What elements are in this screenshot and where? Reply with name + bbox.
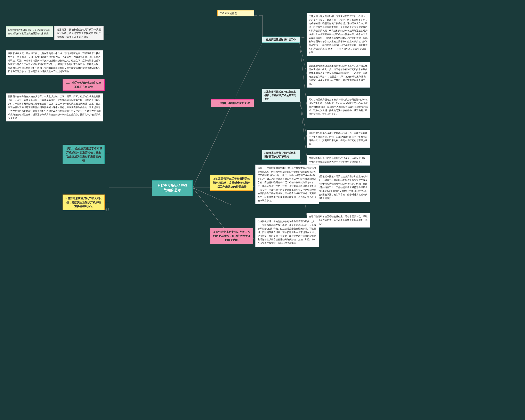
- svg-line-11: [300, 42, 308, 113]
- right-l1-germany-label: 一、德国、奥地利在保护知识: [211, 99, 254, 107]
- right-l2-support-label: 2.采取多种形式支持企业自主创新，加强知识产权的培育与保护: [262, 89, 300, 102]
- left-l1-enterprise: 3.突出大企业在实施辽宁省知识产权战略中的重要地位，是推动企业成为自主创新主体的…: [63, 145, 105, 164]
- left-l1-advice-label: 二、对辽宁知识产权战略实施工作的几点建议: [63, 79, 105, 91]
- svg-line-12: [300, 96, 308, 142]
- central-node-label: 对辽宁实施知识产权战略的 思考: [152, 180, 193, 196]
- right-l1-germany: 一、德国、奥地利在保护知识: [211, 99, 254, 107]
- left-l1-enterprise-label: 3.突出大企业在实施辽宁省知识产权战略中的重要地位，是推动企业成为自主创新主体的…: [63, 145, 105, 164]
- bottom-text-1-content: 德国十分注重根据本国维本经济社会发展需求和企业特点制定发展战略，例如利用特别是通…: [255, 164, 319, 204]
- right-text-2-content: 德国政府对德国企业技术创新和知识产权工作的支持首先体现在重视资金投入人员。德国每…: [307, 62, 370, 88]
- watermark: Ai: [105, 207, 109, 213]
- svg-line-16: [232, 42, 262, 105]
- svg-line-13: [300, 96, 308, 164]
- left-text-3-content: 德国国家竞争力首先奥地在其培育了一大批以奔驰、宝马、西子、拜耳、巴斯夫为代表的跨…: [6, 93, 103, 122]
- left-l1-advice: 二、对辽宁知识产权战略实施工作的几点建议: [63, 79, 105, 91]
- right-l2-gov-label: 1.政府高度重视知识产权工作: [262, 37, 300, 43]
- top-node-label: 产权方面的特点: [217, 10, 254, 16]
- right-l2-gov: 1.政府高度重视知识产权工作: [262, 37, 300, 43]
- left-intro-content: 借鉴德国、奥地利企业知识产权工作的经验写做法，结合辽宁省正在实施的知识产权战略，…: [54, 26, 103, 40]
- left-text-1-content: 1.树立知识产权战略意识，是促进辽宁省自主创新与科学发展方式的重要基础和前提: [6, 26, 53, 37]
- left-text-2-content: 从国家战略角度上看知识产权，这首先不是哪一个企业、部门或地区的事，而必须政府全社…: [6, 50, 103, 75]
- right-text-4: 德国政府为鼓励企业和研究机构的技术创新，在税方面也给予了很多优惠政策。例如，CA…: [307, 130, 370, 148]
- bottom-text-2-content: 企业转机以后，在如何做好政府对企业的管理市场的认识上，有些领导者存在放手不管、让…: [255, 218, 319, 247]
- right-text-3-content: 同时，德国政府还建立了鼓励发明人设立公司促进知识产权成果产业化的一系列制度，如C…: [307, 96, 370, 118]
- right-text-5: 奥地利专利局通过和奥地利运进行行业合，通过采取担保、豁免和无偿援助等形式为中小企…: [307, 155, 370, 166]
- right-l2-support: 2.采取多种形式支持企业自主创新，加强知识产权的培育与保护: [262, 89, 300, 102]
- right-l2-strategy-label: 3.结合本国特点，制定适合本国实际的知识产权战略: [262, 150, 300, 160]
- left-text-node-3: 德国国家竞争力首先奥地在其培育了一大批以奔驰、宝马、西子、拜耳、巴斯夫为代表的跨…: [6, 93, 103, 122]
- right-text-3: 同时，德国政府还建立了鼓励发明人设立公司促进知识产权成果产业化的一系列制度，如C…: [307, 96, 370, 118]
- top-node: 产权方面的特点: [217, 10, 254, 16]
- left-l1-talent-label: 5.培养高素质的知识产权人才队伍，是落实企业知识产权战略重要的组织保证: [63, 194, 105, 210]
- bottom-l1-sme-label: 4.加强对中小企业知识产权工作的资助与扶持，是政府做好管理的重要内容: [210, 228, 253, 244]
- bottom-l1-policy-label: 2.制定完善符合辽宁省省情的知识产权战略，是推进全省知识产权工作最紧迫的外部条件: [210, 175, 253, 191]
- right-text-2: 德国政府对德国企业技术创新和知识产权工作的支持首先体现在重视资金投入人员。德国每…: [307, 62, 370, 88]
- left-l1-talent: 5.培养高素质的知识产权人才队伍，是落实企业知识产权战略重要的组织保证: [63, 194, 105, 210]
- right-text-1: 无论是德国还是奥地利都十分注重知识产权工作，在德国，无论是企业界，还是政府部门，…: [307, 13, 370, 56]
- bottom-l1-sme: 4.加强对中小企业知识产权工作的资助与扶持，是政府做好管理的重要内容: [210, 228, 253, 244]
- right-text-4-content: 德国政府为鼓励企业和研究机构的技术创新，在税方面也给予了很多优惠政策。例如，CA…: [307, 130, 370, 148]
- svg-line-10: [300, 42, 308, 78]
- right-l2-strategy: 3.结合本国特点，制定适合本国实际的知识产权战略: [262, 150, 300, 160]
- left-text-node-2: 从国家战略角度上看知识产权，这首先不是哪一个企业、部门或地区的事，而必须政府全社…: [6, 50, 103, 75]
- bottom-l1-policy: 2.制定完善符合辽宁省省情的知识产权战略，是推进全省知识产权工作最紧迫的外部条件: [210, 175, 253, 191]
- right-text-1-content: 无论是德国还是奥地利都十分注重知识产权工作，在德国，无论是企业界，还是政府部门，…: [307, 13, 370, 56]
- mindmap-container: 产权方面的特点 对辽宁实施知识产权战略的 思考 1.树立知识产权战略意识，是促进…: [0, 0, 525, 420]
- bottom-text-2: 企业转机以后，在如何做好政府对企业的管理市场的认识上，有些领导者存在放手不管、让…: [255, 218, 319, 247]
- left-text-node-1: 1.树立知识产权战略意识，是促进辽宁省自主创新与科学发展方式的重要基础和前提: [6, 26, 53, 37]
- central-node: 对辽宁实施知识产权战略的 思考: [152, 180, 193, 196]
- right-text-5-content: 奥地利专利局通过和奥地利运进行行业合，通过采取担保、豁免和无偿援助等形式为中小企…: [307, 155, 370, 166]
- bottom-text-1: 德国十分注重根据本国维本经济社会发展需求和企业特点制定发展战略，例如利用特别是通…: [255, 164, 319, 204]
- left-intro-node: 借鉴德国、奥地利企业知识产权工作的经验写做法，结合辽宁省正在实施的知识产权战略，…: [54, 26, 103, 40]
